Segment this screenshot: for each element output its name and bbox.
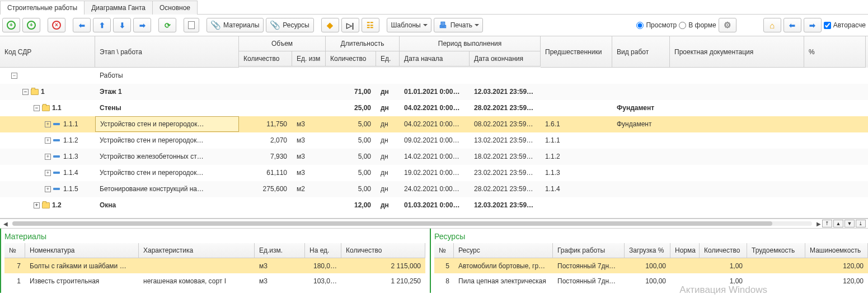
materials-button[interactable]: 📎Материалы bbox=[207, 18, 264, 32]
move-down-button[interactable]: ⬇ bbox=[113, 18, 131, 32]
move-left-button[interactable]: ⬅ bbox=[73, 18, 91, 32]
col-pct[interactable]: % bbox=[804, 36, 866, 68]
tree-row[interactable]: +1.1.2Устройство стен и перегородок…2,07… bbox=[0, 132, 868, 149]
col-docs[interactable]: Проектная документация bbox=[670, 36, 804, 68]
view-preview[interactable]: Просмотр bbox=[636, 21, 677, 29]
rcol-sched[interactable]: График работы bbox=[553, 243, 625, 258]
tab-general[interactable]: Основное bbox=[152, 1, 198, 15]
col-stage[interactable]: Этап \ работа bbox=[95, 36, 239, 68]
col-date-start[interactable]: Дата начала bbox=[400, 51, 470, 67]
tab-construction[interactable]: Строительные работы bbox=[0, 1, 85, 15]
scroll-thumb[interactable] bbox=[12, 221, 772, 226]
highlight-button[interactable]: ◆ bbox=[321, 18, 339, 32]
col-date-end[interactable]: Дата окончания bbox=[470, 51, 541, 67]
move-up-button[interactable]: ⬆ bbox=[93, 18, 111, 32]
col-period-group[interactable]: Период выполнения bbox=[400, 36, 541, 51]
col-predecessors[interactable]: Предшественники bbox=[541, 36, 612, 68]
settings-button[interactable]: ⚙ bbox=[719, 18, 736, 32]
mcol-unit[interactable]: Ед.изм. bbox=[255, 243, 305, 258]
resources-label: Ресурсы bbox=[283, 21, 309, 29]
resources-panel: Ресурсы № Ресурс График работы Загрузка … bbox=[430, 229, 868, 293]
expand-icon[interactable]: + bbox=[34, 202, 40, 208]
col-dunit[interactable]: Ед. bbox=[376, 51, 400, 67]
doc-button[interactable] bbox=[184, 18, 199, 32]
tree-row[interactable]: +1.1.5Бетонирование конструкций на…275,6… bbox=[0, 181, 868, 197]
table-row[interactable]: 8Пила цепная электрическаяПостоянный 7дн… bbox=[434, 273, 868, 288]
table-row[interactable]: 7Болты с гайками и шайбами …м3180,0…2 11… bbox=[4, 258, 425, 273]
rcol-no[interactable]: № bbox=[434, 243, 454, 258]
expand-icon[interactable]: − bbox=[11, 73, 17, 79]
layers-button[interactable]: ☷ bbox=[362, 18, 379, 32]
rcol-qty[interactable]: Количество bbox=[700, 243, 747, 258]
resources-body[interactable]: 5Автомобили бортовые, гр…Постоянный 7дн…… bbox=[434, 258, 868, 288]
templates-dropdown[interactable]: Шаблоны bbox=[387, 18, 431, 32]
tree-row[interactable]: +1.1.1Устройство стен и перегородок…11,7… bbox=[0, 116, 868, 132]
mcol-qty[interactable]: Количество bbox=[341, 243, 425, 258]
nav-down[interactable]: ▼ bbox=[844, 220, 855, 227]
expand-icon[interactable]: + bbox=[45, 137, 51, 144]
rcol-res[interactable]: Ресурс bbox=[454, 243, 553, 258]
tab-gantt[interactable]: Диаграмма Ганта bbox=[84, 1, 153, 15]
cell-pct bbox=[804, 197, 866, 213]
scroll-track[interactable] bbox=[12, 221, 812, 226]
add-sub-button[interactable]: + bbox=[22, 18, 40, 32]
print-dropdown[interactable]: 🖶Печать bbox=[434, 18, 483, 32]
col-duration-group[interactable]: Длительность bbox=[326, 36, 400, 51]
cell-date-start: 01.03.2021 0:00… bbox=[400, 197, 470, 213]
move-right-button[interactable]: ➡ bbox=[133, 18, 151, 32]
materials-body[interactable]: 7Болты с гайками и шайбами …м3180,0…2 11… bbox=[4, 258, 425, 288]
rcell-sched: Постоянный 7дн… bbox=[553, 258, 625, 273]
tree-row[interactable]: +1.1.4Устройство стен и перегородок…61,1… bbox=[0, 165, 868, 181]
expand-icon[interactable]: + bbox=[45, 186, 51, 192]
nav-up[interactable]: ▲ bbox=[833, 220, 843, 227]
rcol-norm[interactable]: Норма bbox=[670, 243, 700, 258]
scroll-left[interactable]: ◀ bbox=[2, 221, 9, 227]
delete-button[interactable]: × bbox=[48, 18, 65, 32]
nav-top[interactable]: ⤒ bbox=[822, 220, 832, 227]
tree-row[interactable]: −Работы bbox=[0, 68, 868, 84]
col-code[interactable]: Код СДР bbox=[0, 36, 95, 68]
expand-icon[interactable]: + bbox=[45, 154, 51, 160]
col-vunit[interactable]: Ед. изм bbox=[292, 51, 326, 67]
tree-row[interactable]: −1.1Стены25,00дн04.02.2021 0:00…28.02.20… bbox=[0, 100, 868, 116]
expand-icon[interactable]: − bbox=[22, 89, 29, 95]
home-button[interactable]: ⌂ bbox=[763, 18, 781, 32]
expand-icon[interactable]: − bbox=[34, 105, 40, 111]
materials-grid: № Номенклатура Характеристика Ед.изм. На… bbox=[4, 243, 425, 293]
resources-button[interactable]: 📎Ресурсы bbox=[266, 18, 313, 32]
tree-row[interactable]: +1.2Окна12,00дн01.03.2021 0:00…12.03.202… bbox=[0, 197, 868, 213]
rcell-sched: Постоянный 7дн… bbox=[553, 273, 625, 288]
nav-bottom[interactable]: ⤓ bbox=[856, 220, 866, 227]
table-row[interactable]: 1Известь строительнаянегашеная комовая, … bbox=[4, 273, 425, 288]
cell-dunit: дн bbox=[376, 197, 400, 213]
mcell-no: 7 bbox=[4, 258, 25, 273]
expand-icon[interactable]: + bbox=[45, 170, 51, 176]
add-button[interactable]: + bbox=[2, 18, 20, 32]
nav-next-button[interactable]: ➡ bbox=[804, 18, 822, 32]
next-button[interactable]: ▷| bbox=[341, 18, 359, 32]
scroll-right[interactable]: ▶ bbox=[815, 221, 822, 227]
col-volume-group[interactable]: Объем bbox=[239, 36, 326, 51]
rcol-lab[interactable]: Трудоемкость bbox=[747, 243, 805, 258]
mcol-nom[interactable]: Номенклатура bbox=[25, 243, 139, 258]
mcol-each[interactable]: На ед. bbox=[305, 243, 341, 258]
col-work-type[interactable]: Вид работ bbox=[612, 36, 670, 68]
cell-code: +1.2 bbox=[0, 197, 95, 213]
tree-row[interactable]: +1.1.3Устройство железобетонных ст…7,930… bbox=[0, 149, 868, 165]
expand-icon[interactable]: + bbox=[45, 121, 51, 127]
leaf-icon bbox=[53, 123, 60, 125]
tree-body[interactable]: −Работы−1Этаж 171,00дн01.01.2021 0:00…12… bbox=[0, 68, 868, 218]
col-dqty[interactable]: Количество bbox=[326, 51, 376, 67]
view-form[interactable]: В форме bbox=[679, 21, 716, 29]
rcol-load[interactable]: Загрузка % bbox=[625, 243, 670, 258]
nav-prev-button[interactable]: ⬅ bbox=[783, 18, 801, 32]
rcol-mach[interactable]: Машиноемкость bbox=[805, 243, 868, 258]
table-row[interactable]: 5Автомобили бортовые, гр…Постоянный 7дн…… bbox=[434, 258, 868, 273]
autocalc-checkbox[interactable]: Авторасче bbox=[824, 21, 866, 29]
refresh-button[interactable]: ⟳ bbox=[158, 18, 176, 32]
leaf-icon bbox=[53, 188, 60, 190]
mcol-char[interactable]: Характеристика bbox=[139, 243, 255, 258]
col-vqty[interactable]: Количество bbox=[239, 51, 292, 67]
tree-row[interactable]: −1Этаж 171,00дн01.01.2021 0:00…12.03.202… bbox=[0, 84, 868, 100]
mcol-no[interactable]: № bbox=[4, 243, 25, 258]
